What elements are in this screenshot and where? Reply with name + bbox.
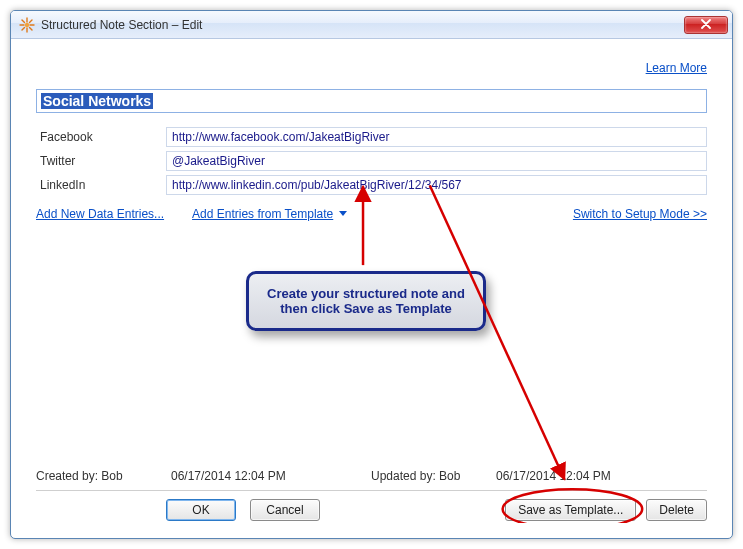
callout-line: then click Save as Template <box>259 301 473 316</box>
button-row: OK Cancel Save as Template... Delete <box>36 497 707 523</box>
created-by-label: Created by: Bob <box>36 469 171 483</box>
close-button[interactable] <box>684 16 728 34</box>
callout-line: Create your structured note and <box>259 286 473 301</box>
save-as-template-button[interactable]: Save as Template... <box>505 499 636 521</box>
entry-value-input[interactable]: http://www.facebook.com/JakeatBigRiver <box>166 127 707 147</box>
delete-button[interactable]: Delete <box>646 499 707 521</box>
svg-line-5 <box>30 27 33 30</box>
updated-by-label: Updated by: Bob <box>371 469 496 483</box>
action-links-row: Add New Data Entries... Add Entries from… <box>36 207 707 221</box>
section-title-input[interactable]: Social Networks <box>36 89 707 113</box>
entry-row: Facebook http://www.facebook.com/JakeatB… <box>36 125 707 149</box>
created-time: 06/17/2014 12:04 PM <box>171 469 371 483</box>
dialog-window: Structured Note Section – Edit Learn Mor… <box>10 10 733 539</box>
svg-point-8 <box>25 22 29 26</box>
cancel-button[interactable]: Cancel <box>250 499 320 521</box>
svg-line-10 <box>430 185 565 479</box>
entries-grid: Facebook http://www.facebook.com/JakeatB… <box>36 125 707 197</box>
content-area: Learn More Social Networks Facebook http… <box>36 61 707 523</box>
section-title-text: Social Networks <box>41 93 153 109</box>
entry-label: Twitter <box>36 154 166 168</box>
add-from-template-link[interactable]: Add Entries from Template <box>192 207 347 221</box>
entry-label: LinkedIn <box>36 178 166 192</box>
app-icon <box>19 17 35 33</box>
entry-label: Facebook <box>36 130 166 144</box>
ok-button[interactable]: OK <box>166 499 236 521</box>
entry-value-input[interactable]: http://www.linkedin.com/pub/JakeatBigRiv… <box>166 175 707 195</box>
window-title: Structured Note Section – Edit <box>41 18 202 32</box>
updated-time: 06/17/2014 12:04 PM <box>496 469 611 483</box>
entry-value-input[interactable]: @JakeatBigRiver <box>166 151 707 171</box>
instruction-callout: Create your structured note and then cli… <box>246 271 486 331</box>
entry-row: Twitter @JakeatBigRiver <box>36 149 707 173</box>
svg-line-4 <box>22 20 25 23</box>
learn-more-link[interactable]: Learn More <box>646 61 707 75</box>
close-icon <box>700 19 712 31</box>
entry-row: LinkedIn http://www.linkedin.com/pub/Jak… <box>36 173 707 197</box>
footer-divider <box>36 490 707 491</box>
svg-line-7 <box>22 27 25 30</box>
dropdown-arrow-icon <box>339 211 347 216</box>
switch-setup-mode-link[interactable]: Switch to Setup Mode >> <box>573 207 707 221</box>
footer-metadata: Created by: Bob 06/17/2014 12:04 PM Upda… <box>36 469 707 483</box>
svg-line-6 <box>30 20 33 23</box>
title-bar: Structured Note Section – Edit <box>11 11 732 39</box>
add-new-entries-link[interactable]: Add New Data Entries... <box>36 207 164 221</box>
